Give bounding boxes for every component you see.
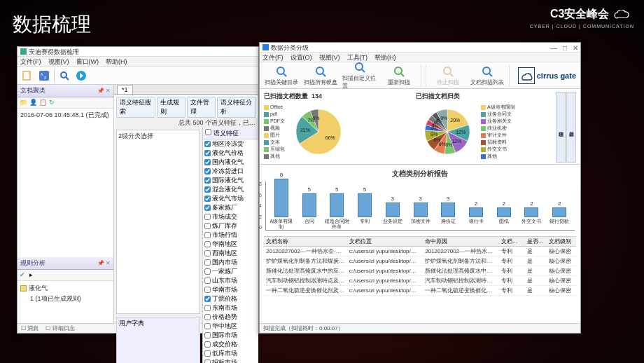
status-tab-log[interactable]: 详细日志: [52, 325, 75, 331]
table-row[interactable]: 汽车制动钢铝控制器测特点及局限性.pdfc:/users/zl yupu/des…: [264, 276, 576, 286]
term-row[interactable]: 液化气市场: [203, 194, 258, 203]
th-level[interactable]: 文档级别: [547, 237, 576, 246]
doc-tab-1[interactable]: *1: [117, 85, 133, 94]
rule-item[interactable]: 液化气: [20, 283, 111, 294]
result-table[interactable]: 文档名称 文档位置 命中原因 文档类别 是否机密 文档级别 2012022700…: [264, 236, 576, 296]
term-check[interactable]: [204, 186, 211, 193]
minimize-button[interactable]: —: [550, 43, 557, 53]
folder-icon[interactable]: 📁: [20, 99, 27, 107]
table-row[interactable]: 一种二氧化硫逆变换催化剂及其制备方法 权利…c:/users/zl yupu/d…: [264, 286, 576, 296]
th-name[interactable]: 文档名称: [264, 237, 347, 246]
doc-tree-item[interactable]: 2016-07-06 10:45:48.1 (已完成): [20, 111, 111, 120]
tool-run-icon[interactable]: [74, 69, 88, 83]
expand-icon[interactable]: ▸: [29, 271, 37, 279]
side-tabs[interactable]: 总体分析 详细信息: [568, 92, 576, 163]
term-row[interactable]: 价格趋势: [203, 313, 258, 322]
tool-search-icon[interactable]: [57, 69, 71, 83]
pin-icon-2[interactable]: 📌 ✕: [97, 260, 111, 266]
term-check[interactable]: [204, 141, 211, 147]
term-row[interactable]: 国内液化气: [203, 158, 258, 167]
term-row[interactable]: 一家炼厂: [203, 267, 258, 276]
term-row[interactable]: 市场成交: [203, 212, 258, 221]
terms-checklist[interactable]: 语义特征 地区冷冻货液化气价格国内液化气冷冻货进口国际液化气混合液化气液化气市场…: [202, 128, 258, 363]
subtab-analysis[interactable]: 语义特征分析: [217, 97, 256, 118]
scan-custom-button[interactable]: 扫描自定义位置: [342, 61, 377, 90]
menu-view[interactable]: 视图(V): [48, 57, 69, 66]
th-category[interactable]: 文档类别: [499, 237, 525, 246]
menubar-a[interactable]: 文件(F) 视图(V) 窗口(W) 帮助(H): [18, 57, 258, 67]
term-row[interactable]: 华中地区: [203, 322, 258, 331]
copy-icon[interactable]: 📋: [39, 99, 47, 107]
rescan-button[interactable]: 重新扫描: [382, 65, 416, 86]
term-check[interactable]: [204, 287, 211, 293]
scan-all-disk-button[interactable]: 扫描所有硬盘: [303, 65, 338, 86]
pin-icon[interactable]: 📌 ✕: [97, 88, 111, 94]
th-reason[interactable]: 命中原因: [423, 237, 499, 246]
menu-help[interactable]: 帮助(H): [106, 57, 127, 66]
subtab-genrule[interactable]: 生成规则: [157, 97, 186, 118]
status-tab-msg[interactable]: 消息: [27, 325, 38, 331]
term-check[interactable]: [204, 250, 211, 256]
term-row[interactable]: 冷冻货进口: [203, 167, 258, 176]
term-row[interactable]: 低库市场: [203, 349, 258, 358]
th-secret[interactable]: 是否机密: [525, 237, 547, 246]
term-row[interactable]: 地区冷冻货: [203, 139, 258, 149]
doc-list-button[interactable]: 文档扫描列表: [470, 65, 505, 86]
term-check[interactable]: [204, 196, 211, 202]
term-row[interactable]: 国际液化气: [203, 176, 258, 185]
term-row[interactable]: 华南市场: [203, 285, 258, 294]
term-row[interactable]: 成交价格: [203, 340, 258, 349]
term-row[interactable]: 西南地区: [203, 249, 258, 258]
term-check[interactable]: [204, 168, 211, 174]
subtab-filemgr[interactable]: 文件管理: [187, 97, 216, 118]
term-row[interactable]: 市场行情: [203, 231, 258, 240]
term-check[interactable]: [204, 314, 211, 320]
term-check[interactable]: [204, 241, 211, 247]
side-tab-overall[interactable]: 总体分析: [566, 92, 576, 163]
user-icon[interactable]: 👤: [29, 99, 37, 107]
doc-tree[interactable]: 2016-07-06 10:45:48.1 (已完成): [18, 109, 113, 257]
maximize-button[interactable]: □: [563, 43, 567, 53]
table-row[interactable]: 护炉煤氧化剂制备方法和煤炭.txtc:/users/zl yupu/deskto…: [264, 256, 576, 266]
term-row[interactable]: 混合液化气: [203, 185, 258, 194]
scan-key-dir-button[interactable]: 扫描关键目录: [264, 65, 299, 86]
term-check[interactable]: [204, 159, 211, 165]
term-check[interactable]: [204, 223, 211, 229]
tool-new-icon[interactable]: [20, 69, 34, 83]
term-check[interactable]: [204, 214, 211, 220]
term-row[interactable]: 东南市场: [203, 303, 258, 313]
term-row[interactable]: 国际市场: [203, 331, 258, 340]
check-icon[interactable]: ✔: [20, 271, 27, 279]
user-dict-pane[interactable]: 用户字典: [116, 317, 200, 363]
term-check[interactable]: [204, 332, 211, 338]
rule-subitem[interactable]: 1 (1项已生成规则): [20, 294, 111, 304]
term-check[interactable]: [204, 359, 211, 363]
term-row[interactable]: 丁烷价格: [203, 294, 258, 303]
term-check[interactable]: [204, 305, 211, 311]
term-check[interactable]: [204, 205, 211, 211]
term-row[interactable]: 液化气价格: [203, 149, 258, 158]
rules-tree[interactable]: 液化气 1 (1项已生成规则): [18, 281, 113, 323]
term-check[interactable]: [204, 323, 211, 329]
table-row[interactable]: 脂催化法处理高铬废水中的应用 权利要求…pdfc:/users/zl yupu/…: [264, 266, 576, 276]
tool-sort-icon[interactable]: AZ: [37, 69, 51, 83]
term-check[interactable]: [204, 150, 211, 156]
term-row[interactable]: 山东市场: [203, 276, 258, 285]
refresh-icon[interactable]: ↻: [49, 99, 57, 107]
side-tab-detail[interactable]: 详细信息: [556, 92, 566, 163]
subtab-search[interactable]: 语义特征搜索: [116, 97, 155, 118]
term-check[interactable]: [204, 278, 211, 284]
term-check[interactable]: [204, 232, 211, 238]
term-check[interactable]: [204, 268, 211, 275]
term-check[interactable]: [204, 350, 211, 357]
th-path[interactable]: 文档位置: [347, 237, 424, 246]
classify-pane[interactable]: 2级分类选择: [116, 130, 200, 314]
term-check[interactable]: [204, 341, 211, 348]
close-button[interactable]: ✕: [573, 43, 578, 53]
terms-check-all[interactable]: [205, 129, 211, 135]
term-row[interactable]: 招标市场: [203, 358, 258, 363]
term-check[interactable]: [204, 259, 211, 266]
table-row[interactable]: 20120227002—一种热水壶-实用新型.pdfc:/users/zl yu…: [264, 247, 576, 256]
term-row[interactable]: 多家炼厂: [203, 203, 258, 212]
term-check[interactable]: [204, 296, 211, 302]
